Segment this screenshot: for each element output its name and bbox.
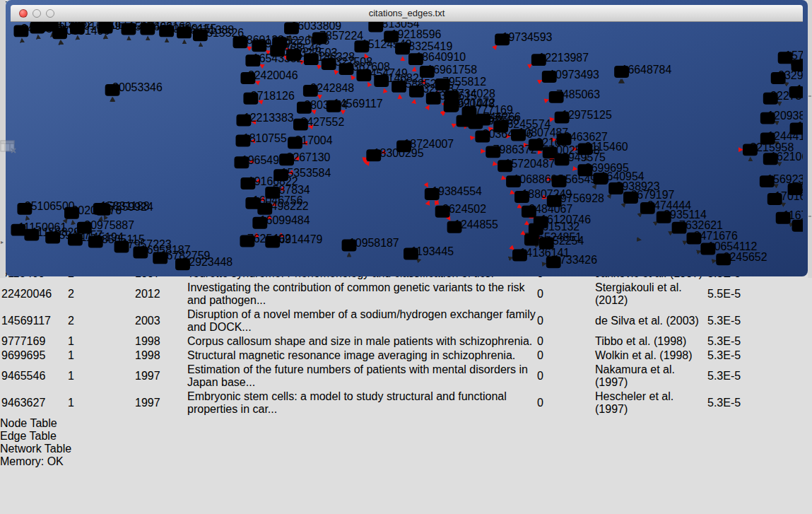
table-cell[interactable]: 2012 [135, 281, 186, 307]
graph-edge[interactable] [495, 264, 546, 272]
table-cell[interactable]: Structural magnetic resonance image aver… [187, 349, 536, 362]
graph-node[interactable]: 9624502 [435, 203, 486, 217]
table-row[interactable]: 2242004622012Investigating the contribut… [1, 281, 792, 307]
graph-node[interactable]: 16648784 [614, 64, 671, 78]
graph-node[interactable]: 1244855 [447, 218, 498, 233]
table-cell[interactable]: 1 [68, 390, 134, 416]
table-cell[interactable]: 9699695 [1, 349, 66, 362]
graph-node[interactable]: 20053346 [105, 81, 163, 95]
graph-node[interactable]: 12213383 [236, 112, 293, 126]
graph-node[interactable]: 1193445 [404, 245, 454, 259]
table-cell[interactable]: 1 [68, 363, 134, 389]
table-cell[interactable]: 22420046 [1, 281, 66, 307]
graph-edge[interactable] [103, 35, 105, 209]
graph-node[interactable]: 1733426 [546, 254, 597, 268]
table-cell[interactable]: 0 [537, 390, 594, 416]
graph-edge[interactable] [646, 261, 716, 272]
tab-node-table[interactable]: Node Table [0, 417, 812, 430]
network-window-titlebar[interactable]: citations_edges.txt [11, 5, 803, 22]
graph-node[interactable]: 1210369 [790, 120, 803, 134]
graph-edge[interactable] [52, 33, 72, 213]
table-cell[interactable]: 1997 [135, 363, 186, 389]
graph-node[interactable]: 15720487 [498, 158, 555, 172]
table-cell[interactable]: 9465546 [1, 363, 66, 389]
table-cell[interactable]: Estimation of the future numbers of pati… [187, 363, 536, 389]
graph-edge[interactable] [631, 251, 700, 272]
table-cell[interactable]: 0 [537, 335, 594, 348]
graph-node[interactable]: 7485063 [549, 88, 600, 103]
graph-node[interactable]: 19734593 [495, 31, 552, 45]
table-cell[interactable]: 2 [68, 308, 134, 334]
graph-node[interactable]: 12093872 [760, 110, 803, 124]
graph-node[interactable]: 22420046 [240, 69, 298, 83]
graph-edge[interactable] [602, 232, 673, 272]
graph-node[interactable]: 5498222 [257, 200, 308, 214]
graph-node-label: 12975125 [562, 109, 612, 121]
table-cell[interactable]: 0 [537, 349, 594, 362]
graph-node[interactable]: 16914479 [265, 233, 322, 247]
table-cell[interactable]: Corpus callosum shape and size in male p… [187, 335, 536, 348]
table-cell[interactable]: 5.3E-5 [707, 363, 792, 389]
graph-edge[interactable] [384, 89, 404, 146]
graph-node[interactable]: 12975125 [555, 109, 612, 123]
table-cell[interactable]: Nakamura et al. (1997) [595, 363, 706, 389]
graph-edge[interactable] [78, 36, 85, 228]
graph-node-label: 19218596 [392, 28, 442, 40]
table-row[interactable]: 946554611997Estimation of the future num… [1, 363, 792, 389]
table-cell[interactable]: 0 [537, 363, 594, 389]
table-cell[interactable]: 1 [68, 349, 134, 362]
table-cell[interactable]: 5.3E-5 [707, 390, 792, 416]
tab-edge-table[interactable]: Edge Table [0, 430, 812, 443]
table-row[interactable]: 1456911722003Disruption of a novel membe… [1, 308, 792, 334]
table-cell[interactable]: 2 [68, 281, 134, 307]
graph-node[interactable]: 12923448 [175, 256, 233, 270]
table-cell[interactable]: 2003 [135, 308, 186, 334]
collapse-handle-icon[interactable]: ▸ [1, 239, 4, 245]
graph-node[interactable]: 19384554 [425, 185, 482, 199]
table-cell[interactable]: 9463627 [1, 390, 66, 416]
graph-edge[interactable] [404, 146, 514, 250]
tab-network-table[interactable]: Network Table [0, 443, 812, 455]
table-cell[interactable]: Investigating the contribution of common… [187, 281, 536, 307]
table-cell[interactable]: 5.5E-5 [707, 281, 792, 307]
table-row[interactable]: 977716911998Corpus callosum shape and si… [1, 335, 792, 348]
table-cell[interactable]: de Silva et al. (2003) [595, 308, 706, 334]
table-cell[interactable]: Embryonic stem cells: a model to study s… [187, 390, 536, 416]
graph-node[interactable]: 10958187 [342, 237, 399, 251]
table-cell[interactable]: Stergiakouli et al. (2012) [595, 281, 706, 307]
table-cell[interactable]: Wolkin et al. (1998) [595, 349, 706, 362]
graph-node[interactable]: 16099484 [252, 214, 310, 228]
graph-node[interactable]: 9242848 [303, 82, 354, 96]
table-cell[interactable]: 5.3E-5 [707, 308, 792, 334]
table-cell[interactable]: Hescheler et al. (1997) [595, 390, 706, 416]
table-cell[interactable]: Disruption of a novel member of a sodium… [187, 308, 536, 334]
table-cell[interactable]: 5.3E-5 [707, 335, 792, 348]
table-cell[interactable]: 5.3E-5 [707, 349, 792, 362]
graph-node[interactable]: 10973493 [542, 69, 599, 83]
graph-node[interactable]: 12213987 [531, 52, 589, 66]
resize-grip-icon[interactable] [787, 258, 801, 272]
table-cell[interactable]: 1998 [135, 335, 186, 348]
graph-edge[interactable] [616, 241, 687, 271]
table-cell[interactable]: 9777169 [1, 335, 66, 348]
graph-node[interactable]: 2718126 [243, 90, 294, 104]
graph-node[interactable]: 9329966 [771, 69, 803, 83]
graph-edge[interactable] [417, 259, 433, 272]
graph-node[interactable]: 9245652 [716, 251, 767, 265]
table-row[interactable]: 946362711997Embryonic stem cells: a mode… [1, 390, 792, 416]
table-cell[interactable]: 1 [68, 335, 134, 348]
graph-node[interactable]: 1169345 [789, 83, 803, 98]
table-cell[interactable]: 0 [537, 308, 594, 334]
graph-node[interactable]: 17359924 [96, 201, 153, 215]
table-row[interactable]: 969969511998Structural magnetic resonanc… [1, 349, 792, 362]
table-cell[interactable]: 0 [537, 281, 594, 307]
table-cell[interactable]: Tibbo et al. (1998) [595, 335, 706, 348]
graph-node[interactable]: 8427552 [293, 116, 344, 130]
graph-edge[interactable] [467, 257, 512, 272]
graph-edge[interactable] [107, 98, 112, 271]
table-cell[interactable]: 1998 [135, 349, 186, 362]
graph-node[interactable]: 14569117 [326, 98, 383, 112]
table-cell[interactable]: 1997 [135, 390, 186, 416]
table-cell[interactable]: 14569117 [1, 308, 66, 334]
graph-node[interactable]: 15353584 [273, 167, 331, 181]
